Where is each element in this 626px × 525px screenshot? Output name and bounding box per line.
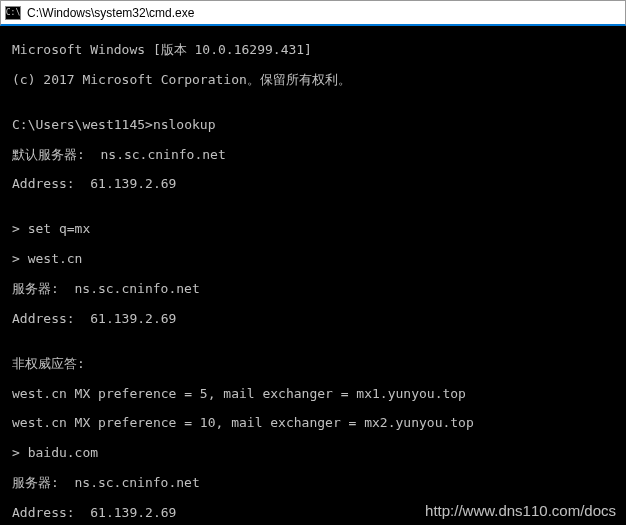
terminal-line: C:\Users\west1145>nslookup: [12, 118, 626, 133]
terminal-line: 非权威应答:: [12, 357, 626, 372]
terminal-line: Address: 61.139.2.69: [12, 506, 626, 521]
terminal-line: west.cn MX preference = 5, mail exchange…: [12, 387, 626, 402]
terminal-line: 服务器: ns.sc.cninfo.net: [12, 282, 626, 297]
terminal-line: 默认服务器: ns.sc.cninfo.net: [12, 148, 626, 163]
terminal-line: Address: 61.139.2.69: [12, 312, 626, 327]
terminal-line: > set q=mx: [12, 222, 626, 237]
cmd-icon: C:\: [5, 6, 21, 20]
window-title: C:\Windows\system32\cmd.exe: [27, 6, 194, 20]
terminal-output[interactable]: Microsoft Windows [版本 10.0.16299.431] (c…: [0, 26, 626, 525]
terminal-line: > west.cn: [12, 252, 626, 267]
terminal-line: Address: 61.139.2.69: [12, 177, 626, 192]
terminal-line: 服务器: ns.sc.cninfo.net: [12, 476, 626, 491]
window-title-bar[interactable]: C:\ C:\Windows\system32\cmd.exe: [0, 0, 626, 26]
terminal-line: west.cn MX preference = 10, mail exchang…: [12, 416, 626, 431]
terminal-line: Microsoft Windows [版本 10.0.16299.431]: [12, 43, 626, 58]
terminal-line: (c) 2017 Microsoft Corporation。保留所有权利。: [12, 73, 626, 88]
terminal-line: > baidu.com: [12, 446, 626, 461]
